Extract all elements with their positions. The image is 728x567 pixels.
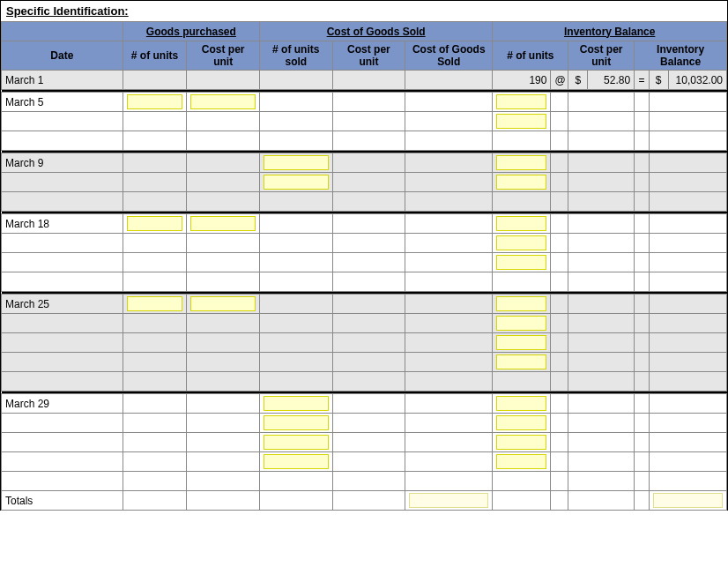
m29-invunits3-input[interactable] <box>496 435 546 450</box>
col-inv-cost: Cost per unit <box>568 41 635 71</box>
date-march9: March 9 <box>2 153 123 173</box>
m25-invunits4-input[interactable] <box>496 354 546 369</box>
m5-invunits-input[interactable] <box>496 94 546 109</box>
m29-sold-input[interactable] <box>264 396 329 411</box>
date-march1: March 1 <box>2 71 123 90</box>
totals-balance-input[interactable] <box>653 493 723 508</box>
date-march29: March 29 <box>2 394 123 414</box>
m25-invunits3-input[interactable] <box>496 335 546 350</box>
m9-invunits2-input[interactable] <box>496 175 546 190</box>
col-inv-units: # of units <box>493 41 568 71</box>
m25-units-input[interactable] <box>127 296 183 311</box>
inventory-table: Goods purchased Cost of Goods Sold Inven… <box>1 21 727 511</box>
m1-at: @ <box>551 71 568 90</box>
col-units: # of units <box>123 41 187 71</box>
m25-invunits-input[interactable] <box>496 296 546 311</box>
m29-invunits4-input[interactable] <box>496 454 546 469</box>
date-march25: March 25 <box>2 295 123 314</box>
hdr-blank <box>2 22 123 41</box>
page-title: Specific Identification: <box>1 1 727 21</box>
m5-cost-input[interactable] <box>190 94 256 109</box>
m18-units-input[interactable] <box>127 216 183 231</box>
m9-sold2-input[interactable] <box>264 175 329 190</box>
m1-dollar: $ <box>568 71 588 90</box>
hdr-cogs: Cost of Goods Sold <box>259 22 492 41</box>
hdr-goods-purchased: Goods purchased <box>123 22 259 41</box>
col-cogs: Cost of Goods Sold <box>405 41 493 71</box>
totals-label: Totals <box>2 491 123 511</box>
m5-units-input[interactable] <box>127 94 183 109</box>
m18-invunits3-input[interactable] <box>496 255 546 270</box>
m18-invunits2-input[interactable] <box>496 235 546 250</box>
col-units-sold: # of units sold <box>259 41 332 71</box>
col-cost-unit: Cost per unit <box>187 41 260 71</box>
totals-cogs-input[interactable] <box>409 493 488 508</box>
col-inv-balance: Inventory Balance <box>635 41 727 71</box>
col-date: Date <box>2 41 123 71</box>
m29-sold3-input[interactable] <box>264 435 329 450</box>
m9-invunits-input[interactable] <box>496 155 546 170</box>
m29-invunits2-input[interactable] <box>496 415 546 430</box>
m18-invunits-input[interactable] <box>496 216 546 231</box>
m1-eq: = <box>635 71 650 90</box>
m29-invunits-input[interactable] <box>496 396 546 411</box>
hdr-inv-bal: Inventory Balance <box>493 22 727 41</box>
m25-invunits2-input[interactable] <box>496 316 546 331</box>
m29-sold2-input[interactable] <box>264 415 329 430</box>
date-march5: March 5 <box>2 93 123 112</box>
m9-sold-input[interactable] <box>264 155 329 170</box>
date-march18: March 18 <box>2 214 123 234</box>
m29-sold4-input[interactable] <box>264 454 329 469</box>
m1-cost: 52.80 <box>588 71 635 90</box>
col-cost-unit2: Cost per unit <box>332 41 405 71</box>
m18-cost-input[interactable] <box>190 216 256 231</box>
m1-balance: 10,032.00 <box>668 71 726 90</box>
m5-invunits2-input[interactable] <box>496 114 546 129</box>
m1-units: 190 <box>493 71 551 90</box>
m1-baldollar: $ <box>649 71 668 90</box>
m25-cost-input[interactable] <box>190 296 256 311</box>
